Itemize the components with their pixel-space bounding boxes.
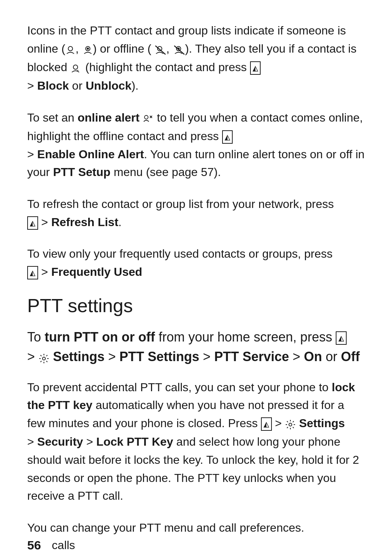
ptt-setup-label: PTT Setup (53, 165, 110, 179)
menu-key-6: ◭ (261, 417, 272, 431)
menu-key-5: ◭ (336, 331, 347, 345)
online-alert-bold: online alert (78, 111, 140, 124)
page-number: 56 (27, 538, 41, 552)
offline-icon-2 (173, 40, 185, 58)
svg-point-10 (144, 115, 148, 119)
svg-point-12 (289, 423, 292, 426)
offline-icon-1 (155, 40, 166, 58)
page: Icons in the PTT contact and group lists… (0, 0, 392, 552)
svg-point-0 (68, 46, 73, 51)
para-refresh-list: To refresh the contact or group list fro… (27, 195, 365, 231)
para-online-alert: To set an online alert to tell you when … (27, 109, 365, 181)
ptt-settings-heading: PTT settings (27, 295, 365, 316)
para-frequently-used: To view only your frequently used contac… (27, 245, 365, 281)
svg-point-2 (87, 48, 89, 50)
online-icon-1 (65, 40, 75, 58)
off-label: Off (341, 349, 360, 364)
turn-ptt-bold: turn PTT on or off (45, 330, 155, 344)
alert-icon (143, 110, 154, 128)
online-icon-2 (83, 40, 93, 58)
enable-online-alert-label: Enable Online Alert (37, 148, 144, 161)
lock-ptt-key-bold: lock the PTT key (27, 381, 355, 412)
menu-key-1: ◭ (250, 61, 261, 75)
settings-icon-2 (285, 415, 296, 433)
page-57-ref: 57 (201, 165, 214, 179)
ptt-settings-label: PTT Settings (119, 349, 199, 364)
ptt-service-label: PTT Service (214, 349, 289, 364)
lock-ptt-key-label: Lock PTT Key (96, 435, 173, 448)
content-area: Icons in the PTT contact and group lists… (27, 22, 365, 537)
para-icons-description: Icons in the PTT contact and group lists… (27, 22, 365, 95)
menu-key-4: ◭ (27, 266, 38, 279)
para-lock-ptt: To prevent accidental PTT calls, you can… (27, 379, 365, 505)
unblock-label: Unblock (86, 79, 131, 92)
svg-text:*: * (77, 69, 79, 74)
para-change-ptt-menu: You can change your PTT menu and call pr… (27, 519, 365, 537)
refresh-list-label: Refresh List (51, 216, 118, 229)
settings-icon (38, 348, 49, 368)
settings-label: Settings (53, 349, 105, 364)
security-label: Security (37, 435, 83, 448)
footer: 56 calls (27, 538, 75, 552)
footer-section: calls (52, 539, 75, 552)
para-turn-ptt: To turn PTT on or off from your home scr… (27, 327, 365, 367)
block-label: Block (37, 79, 69, 92)
svg-point-11 (42, 357, 45, 360)
frequently-used-label: Frequently Used (51, 265, 142, 278)
menu-key-3: ◭ (27, 216, 38, 230)
settings-label-2: Settings (299, 417, 345, 430)
blocked-icon: * (70, 59, 82, 77)
menu-key-2: ◭ (222, 130, 233, 144)
on-label: On (304, 349, 322, 364)
